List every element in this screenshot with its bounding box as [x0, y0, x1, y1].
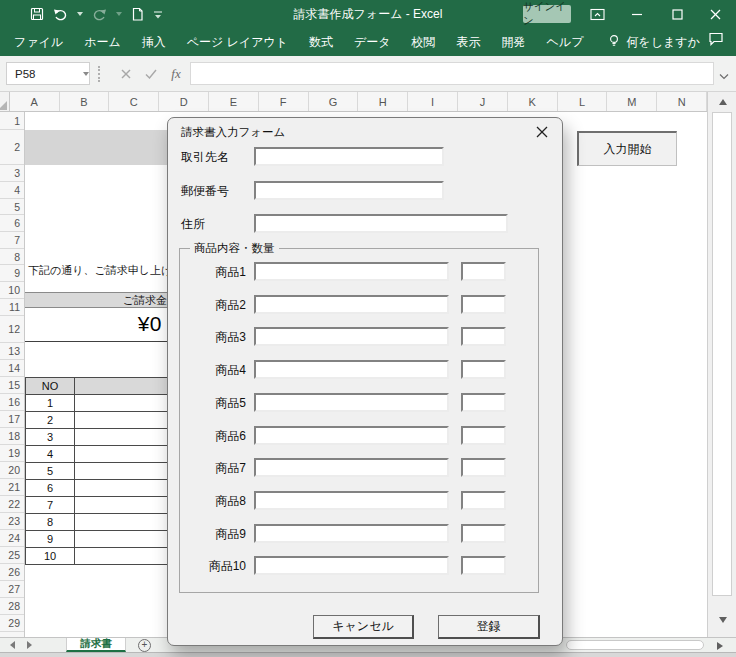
product-name-input-6[interactable]	[256, 431, 447, 446]
row-header-4[interactable]: 4	[0, 182, 24, 199]
name-box-input[interactable]	[7, 67, 77, 81]
row-header-18[interactable]: 18	[0, 428, 24, 445]
row-header-7[interactable]: 7	[0, 232, 24, 249]
confirm-entry-icon[interactable]	[140, 62, 162, 85]
product-qty-field-9[interactable]	[461, 524, 506, 543]
row-header-19[interactable]: 19	[0, 445, 24, 462]
row-header-8[interactable]: 8	[0, 249, 24, 265]
column-header-F[interactable]: F	[259, 92, 309, 111]
product-name-field-9[interactable]	[254, 524, 449, 543]
name-box-dropdown-icon[interactable]	[83, 72, 89, 76]
product-qty-input-6[interactable]	[463, 431, 504, 446]
product-qty-field-7[interactable]	[461, 458, 506, 477]
product-qty-field-1[interactable]	[461, 262, 506, 281]
row-header-1[interactable]: 1	[0, 112, 24, 130]
formula-input[interactable]	[190, 62, 714, 85]
column-header-E[interactable]: E	[209, 92, 259, 111]
product-qty-input-2[interactable]	[463, 300, 504, 315]
column-header-C[interactable]: C	[109, 92, 159, 111]
row-header-6[interactable]: 6	[0, 215, 24, 232]
ribbon-display-options-button[interactable]	[580, 0, 614, 28]
product-name-input-10[interactable]	[256, 561, 447, 576]
minimize-button[interactable]	[620, 0, 654, 28]
vertical-scrollbar-thumb[interactable]	[712, 112, 732, 596]
product-name-field-10[interactable]	[254, 556, 449, 575]
cancel-button[interactable]: キャンセル	[313, 615, 414, 639]
column-header-B[interactable]: B	[60, 92, 110, 111]
row-header-3[interactable]: 3	[0, 165, 24, 182]
row-header-14[interactable]: 14	[0, 360, 24, 377]
product-qty-input-7[interactable]	[463, 463, 504, 478]
row-header-21[interactable]: 21	[0, 479, 24, 496]
product-qty-input-10[interactable]	[463, 561, 504, 576]
row-header-10[interactable]: 10	[0, 282, 24, 299]
product-qty-field-4[interactable]	[461, 360, 506, 379]
product-qty-field-2[interactable]	[461, 295, 506, 314]
redo-icon[interactable]	[92, 7, 107, 21]
scroll-up-icon[interactable]	[713, 93, 732, 111]
ribbon-tab-9[interactable]: 開発	[502, 34, 526, 51]
column-header-J[interactable]: J	[458, 92, 508, 111]
redo-dropdown-icon[interactable]	[116, 12, 122, 16]
product-qty-field-8[interactable]	[461, 491, 506, 510]
insert-function-button[interactable]: fx	[165, 62, 187, 85]
column-header-K[interactable]: K	[508, 92, 558, 111]
product-name-input-5[interactable]	[256, 398, 447, 413]
product-name-field-8[interactable]	[254, 491, 449, 510]
row-header-26[interactable]: 26	[0, 564, 24, 581]
product-name-field-6[interactable]	[254, 426, 449, 445]
product-name-input-9[interactable]	[256, 529, 447, 544]
next-sheet-icon[interactable]	[27, 641, 32, 649]
add-sheet-button[interactable]: +	[138, 639, 151, 652]
start-input-button[interactable]: 入力開始	[577, 131, 677, 166]
address-input[interactable]	[256, 219, 506, 234]
ribbon-tab-10[interactable]: ヘルプ	[547, 34, 584, 51]
row-header-9[interactable]: 9	[0, 265, 24, 282]
row-header-15[interactable]: 15	[0, 377, 24, 394]
row-header-29[interactable]: 29	[0, 615, 24, 632]
tell-me-search[interactable]: 何をしますか	[608, 34, 699, 51]
product-qty-field-6[interactable]	[461, 426, 506, 445]
expand-formula-bar-icon[interactable]	[719, 66, 729, 84]
row-header-12[interactable]: 12	[0, 316, 24, 343]
product-name-field-4[interactable]	[254, 360, 449, 379]
formula-input-field[interactable]	[191, 63, 713, 84]
product-qty-input-8[interactable]	[463, 496, 504, 511]
column-header-I[interactable]: I	[408, 92, 458, 111]
row-header-20[interactable]: 20	[0, 462, 24, 479]
ribbon-tab-2[interactable]: ホーム	[84, 34, 121, 51]
product-name-input-8[interactable]	[256, 496, 447, 511]
row-header-13[interactable]: 13	[0, 343, 24, 360]
save-icon[interactable]	[30, 7, 44, 21]
vertical-scrollbar[interactable]	[707, 92, 736, 637]
row-header-2[interactable]: 2	[0, 130, 24, 165]
sheet-tab-invoice[interactable]: 請求書	[66, 638, 126, 652]
row-header-24[interactable]: 24	[0, 530, 24, 547]
product-qty-input-1[interactable]	[463, 267, 504, 282]
product-name-input-4[interactable]	[256, 365, 447, 380]
product-name-field-7[interactable]	[254, 458, 449, 477]
undo-dropdown-icon[interactable]	[77, 12, 83, 16]
undo-icon[interactable]	[53, 7, 68, 21]
maximize-button[interactable]	[660, 0, 694, 28]
invoice-form-dialog[interactable]: 請求書入力フォーム 取引先名 郵便番号 住所 商品内容・数量 商品1商品2商品3…	[167, 117, 563, 646]
row-header-27[interactable]: 27	[0, 581, 24, 598]
column-header-M[interactable]: M	[607, 92, 657, 111]
column-header-H[interactable]: H	[358, 92, 408, 111]
product-name-input-1[interactable]	[256, 267, 447, 282]
ribbon-tab-5[interactable]: 数式	[309, 34, 333, 51]
product-name-input-3[interactable]	[256, 332, 447, 347]
ribbon-tab-8[interactable]: 表示	[457, 34, 481, 51]
product-qty-input-5[interactable]	[463, 398, 504, 413]
cancel-entry-icon[interactable]	[115, 62, 137, 85]
product-name-input-7[interactable]	[256, 463, 447, 478]
product-qty-input-9[interactable]	[463, 529, 504, 544]
comments-icon[interactable]	[708, 32, 724, 50]
register-button[interactable]: 登録	[438, 615, 540, 639]
name-box[interactable]	[6, 62, 90, 85]
product-qty-field-10[interactable]	[461, 556, 506, 575]
row-header-28[interactable]: 28	[0, 598, 24, 615]
ribbon-tab-1[interactable]: ファイル	[14, 34, 63, 51]
product-name-field-3[interactable]	[254, 327, 449, 346]
address-field[interactable]	[254, 214, 508, 233]
